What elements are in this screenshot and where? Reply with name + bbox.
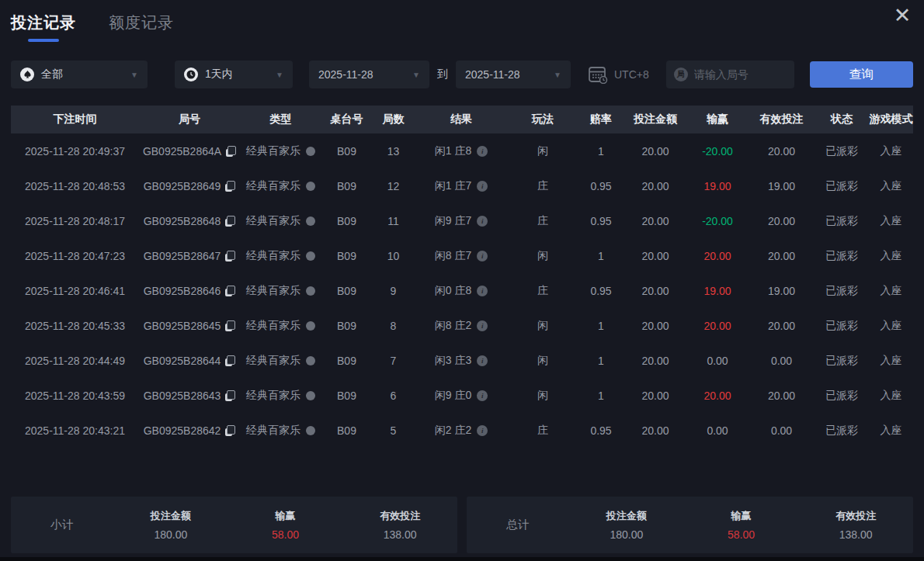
cell-play: 闲 [508,354,578,368]
tab-bet-records[interactable]: 投注记录 [11,12,76,42]
spade-icon [20,68,34,81]
cell-round-id: GB0925B28644 [139,355,240,367]
cell-bet-amount: 20.00 [624,320,686,332]
game-type-text: 经典百家乐 [246,319,300,333]
result-info-icon[interactable]: i [477,181,488,192]
result-info-icon[interactable]: i [477,425,488,436]
game-type-text: 经典百家乐 [246,249,300,263]
close-icon[interactable]: ✕ [888,2,916,29]
cell-odds: 1 [578,390,624,402]
subtotal-bet-label: 投注金额 [113,509,228,523]
game-type-text: 经典百家乐 [246,144,300,158]
copy-icon[interactable] [225,355,235,366]
table-body: 2025-11-28 20:49:37GB0925B2864A经典百家乐B091… [11,133,913,448]
type-info-icon[interactable] [306,147,315,156]
round-id-text: GB0925B28647 [144,250,221,262]
cell-game-mode: 入座 [869,354,913,368]
type-info-icon[interactable] [306,286,315,296]
cell-game-mode: 入座 [869,424,913,438]
cell-play: 庄 [508,284,578,298]
game-type-select[interactable]: 全部 ▼ [11,61,148,88]
table-row: 2025-11-28 20:46:41GB0925B28646经典百家乐B099… [11,273,913,308]
clock-icon [184,68,198,81]
chevron-down-icon: ▼ [130,71,138,79]
game-type-text: 经典百家乐 [246,424,300,438]
round-id-text: GB0925B28645 [144,320,221,332]
result-info-icon[interactable]: i [477,286,488,296]
type-info-icon[interactable] [306,182,315,191]
subtotal-panel: 小计 投注金额 180.00 输赢 58.00 有效投注 138.00 [11,497,457,553]
round-id-text: GB0925B2864A [143,145,221,158]
total-panel: 总计 投注金额 180.00 输赢 58.00 有效投注 138.00 [467,497,913,553]
cell-round-no: 13 [372,145,415,158]
cell-status: 已派彩 [815,389,869,403]
round-icon: 局 [674,68,688,81]
tab-quota-records[interactable]: 额度记录 [109,12,174,42]
table-row: 2025-11-28 20:45:33GB0925B28645经典百家乐B098… [11,308,913,343]
cell-status: 已派彩 [815,144,869,158]
cell-bet-amount: 20.00 [624,390,686,402]
column-header: 局数 [372,113,415,126]
type-info-icon[interactable] [306,391,315,400]
cell-play: 闲 [508,319,578,333]
date-from-picker[interactable]: 2025-11-28 ▼ [309,61,429,88]
result-info-icon[interactable]: i [477,355,488,366]
cell-result: 闲1 庄7i [415,179,508,193]
type-info-icon[interactable] [306,321,315,331]
cell-game-type: 经典百家乐 [240,389,321,403]
round-id-text: GB0925B28644 [144,355,221,367]
cell-status: 已派彩 [815,424,869,438]
cell-result: 闲9 庄0i [415,389,508,403]
date-to-picker[interactable]: 2025-11-28 ▼ [456,61,571,88]
result-info-icon[interactable]: i [477,320,488,331]
cell-table-no: B09 [321,250,372,262]
cell-odds: 0.95 [578,215,624,227]
game-type-text: 经典百家乐 [246,179,300,193]
copy-icon[interactable] [225,425,235,436]
copy-icon[interactable] [225,216,235,227]
result-info-icon[interactable]: i [477,146,488,157]
search-button[interactable]: 查询 [810,61,913,88]
time-range-select[interactable]: 1天内 ▼ [175,61,293,88]
copy-icon[interactable] [225,390,235,401]
cell-odds: 0.95 [578,180,624,192]
result-text: 闲0 庄8 [435,284,471,298]
type-info-icon[interactable] [306,426,315,435]
cell-valid-bet: 0.00 [749,355,815,367]
cell-play: 闲 [508,144,578,158]
cell-bet-time: 2025-11-28 20:48:17 [11,215,139,227]
cell-round-no: 6 [372,390,415,402]
type-info-icon[interactable] [306,251,315,261]
cell-win-loss: -20.00 [686,215,749,227]
total-label: 总计 [467,518,569,532]
result-info-icon[interactable]: i [477,251,488,261]
subtotal-label: 小计 [11,518,113,532]
round-id-text: GB0925B28643 [144,390,221,402]
cell-game-type: 经典百家乐 [240,354,321,368]
copy-icon[interactable] [225,251,235,261]
cell-game-type: 经典百家乐 [240,179,321,193]
copy-icon[interactable] [225,320,235,331]
column-header: 输赢 [686,113,749,126]
cell-table-no: B09 [321,180,372,192]
result-info-icon[interactable]: i [477,390,488,401]
column-header: 状态 [815,113,869,126]
cell-play: 庄 [508,214,578,228]
round-search-input[interactable] [694,68,787,81]
cell-valid-bet: 20.00 [749,250,815,262]
table-row: 2025-11-28 20:43:59GB0925B28643经典百家乐B096… [11,378,913,413]
cell-round-id: GB0925B2864A [139,145,240,158]
copy-icon[interactable] [225,181,235,192]
copy-icon[interactable] [226,146,236,157]
subtotal-bet-value: 180.00 [113,528,228,541]
cell-odds: 1 [578,355,624,367]
type-info-icon[interactable] [306,216,315,226]
cell-game-mode: 入座 [869,249,913,263]
game-type-value: 全部 [41,68,63,81]
result-text: 闲1 庄7 [435,179,471,193]
cell-win-loss: 19.00 [686,285,749,297]
type-info-icon[interactable] [306,356,315,365]
result-info-icon[interactable]: i [477,216,488,227]
copy-icon[interactable] [225,286,235,296]
cell-game-type: 经典百家乐 [240,319,321,333]
